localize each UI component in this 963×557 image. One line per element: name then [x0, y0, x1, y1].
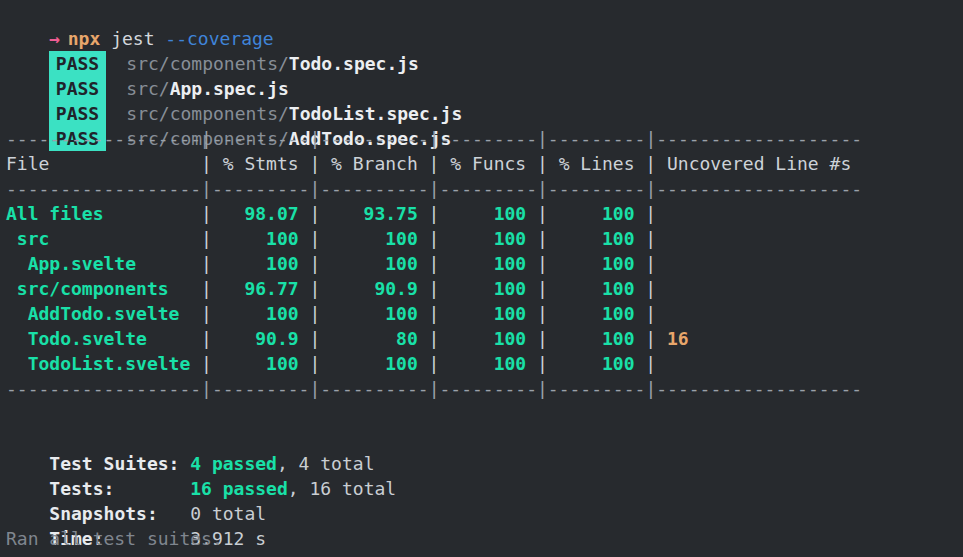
cell-branch: 90.9 — [320, 276, 428, 301]
command-flag: --coverage — [165, 28, 273, 49]
column-separator: | — [645, 226, 656, 251]
column-separator: | — [537, 251, 548, 276]
column-separator: | — [429, 226, 440, 251]
pass-badge: PASS — [49, 76, 105, 101]
cell-uncovered — [656, 276, 862, 301]
coverage-row-todo-svelte: Todo.svelte|90.9|80|100|100|16 — [6, 326, 963, 351]
cell-funcs: 100 — [439, 326, 537, 351]
cell-file: src — [6, 226, 201, 251]
cell-uncovered-line-numbers: 16 — [656, 326, 862, 351]
column-separator: | — [201, 301, 212, 326]
spec-file-name: App.spec.js — [170, 78, 289, 99]
cell-funcs: 100 — [439, 351, 537, 376]
column-separator: | — [537, 326, 548, 351]
header-stmts: % Stmts — [212, 151, 310, 176]
column-separator: | — [309, 201, 320, 226]
cell-file: TodoList.svelte — [6, 351, 201, 376]
coverage-table-header: File|% Stmts|% Branch|% Funcs|% Lines|Un… — [6, 151, 963, 176]
spec-file-name: TodoList.spec.js — [289, 103, 462, 124]
header-branch: % Branch — [320, 151, 428, 176]
column-separator: | — [429, 151, 440, 176]
summary-total: 0 total — [190, 503, 266, 524]
cell-lines: 100 — [548, 276, 646, 301]
cell-file: App.svelte — [6, 251, 201, 276]
summary-label: Test Suites: — [49, 451, 190, 476]
summary-total: , 4 total — [277, 453, 375, 474]
summary-test-suites: Test Suites:4 passed, 4 total — [6, 426, 963, 451]
column-separator: | — [201, 226, 212, 251]
cell-uncovered — [656, 226, 862, 251]
summary-label: Snapshots: — [49, 501, 190, 526]
prompt-arrow-icon: → — [49, 28, 60, 49]
coverage-row-src-components: src/components|96.77|90.9|100|100| — [6, 276, 963, 301]
coverage-row-all-files: All files|98.07|93.75|100|100| — [6, 201, 963, 226]
cell-file: Todo.svelte — [6, 326, 201, 351]
header-lines: % Lines — [548, 151, 646, 176]
column-separator: | — [645, 326, 656, 351]
ran-all-suites-message: Ran all test suites. — [6, 526, 963, 551]
column-separator: | — [645, 151, 656, 176]
cell-branch: 80 — [320, 326, 428, 351]
cell-file: src/components — [6, 276, 201, 301]
column-separator: | — [309, 251, 320, 276]
coverage-row-todolist-svelte: TodoList.svelte|100|100|100|100| — [6, 351, 963, 376]
column-separator: | — [201, 151, 212, 176]
column-separator: | — [537, 351, 548, 376]
table-separator: ------------------|---------|----------|… — [6, 126, 963, 151]
coverage-row-app-svelte: App.svelte|100|100|100|100| — [6, 251, 963, 276]
cell-lines: 100 — [548, 351, 646, 376]
pass-badge: PASS — [49, 51, 105, 76]
cell-stmts: 100 — [212, 251, 310, 276]
column-separator: | — [201, 326, 212, 351]
cell-uncovered — [656, 301, 862, 326]
column-separator: | — [645, 276, 656, 301]
cell-uncovered — [656, 201, 862, 226]
spec-file-path: src/components/Todo.spec.js — [126, 53, 419, 74]
column-separator: | — [537, 201, 548, 226]
column-separator: | — [429, 276, 440, 301]
cell-stmts: 98.07 — [212, 201, 310, 226]
column-separator: | — [429, 251, 440, 276]
terminal-window[interactable]: →npxjest--coverage PASSsrc/components/To… — [0, 0, 963, 557]
cell-branch: 100 — [320, 301, 428, 326]
column-separator: | — [645, 351, 656, 376]
cell-funcs: 100 — [439, 276, 537, 301]
header-uncovered: Uncovered Line #s — [656, 151, 862, 176]
cell-branch: 93.75 — [320, 201, 428, 226]
cell-lines: 100 — [548, 251, 646, 276]
spec-file-name: Todo.spec.js — [289, 53, 419, 74]
column-separator: | — [537, 151, 548, 176]
table-separator: ------------------|---------|----------|… — [6, 376, 963, 401]
column-separator: | — [537, 276, 548, 301]
cell-branch: 100 — [320, 351, 428, 376]
cell-lines: 100 — [548, 326, 646, 351]
command-argument: jest — [111, 28, 154, 49]
column-separator: | — [429, 326, 440, 351]
cell-stmts: 100 — [212, 351, 310, 376]
cell-uncovered — [656, 351, 862, 376]
cell-uncovered — [656, 251, 862, 276]
cell-branch: 100 — [320, 251, 428, 276]
pass-badge: PASS — [49, 101, 105, 126]
command-program: npx — [68, 28, 101, 49]
cell-file: All files — [6, 201, 201, 226]
header-file: File — [6, 151, 201, 176]
cell-file: AddTodo.svelte — [6, 301, 201, 326]
column-separator: | — [429, 301, 440, 326]
cell-lines: 100 — [548, 301, 646, 326]
spec-file-path: src/App.spec.js — [126, 78, 289, 99]
column-separator: | — [309, 351, 320, 376]
coverage-row-src: src|100|100|100|100| — [6, 226, 963, 251]
column-separator: | — [201, 201, 212, 226]
column-separator: | — [309, 301, 320, 326]
cell-branch: 100 — [320, 226, 428, 251]
spec-file-dir: src/components/ — [126, 103, 289, 124]
column-separator: | — [645, 201, 656, 226]
summary-passed-count: 4 passed — [190, 453, 277, 474]
cell-stmts: 90.9 — [212, 326, 310, 351]
cell-stmts: 96.77 — [212, 276, 310, 301]
summary-total: , 16 total — [288, 478, 396, 499]
column-separator: | — [309, 226, 320, 251]
coverage-row-addtodo-svelte: AddTodo.svelte|100|100|100|100| — [6, 301, 963, 326]
cell-stmts: 100 — [212, 301, 310, 326]
